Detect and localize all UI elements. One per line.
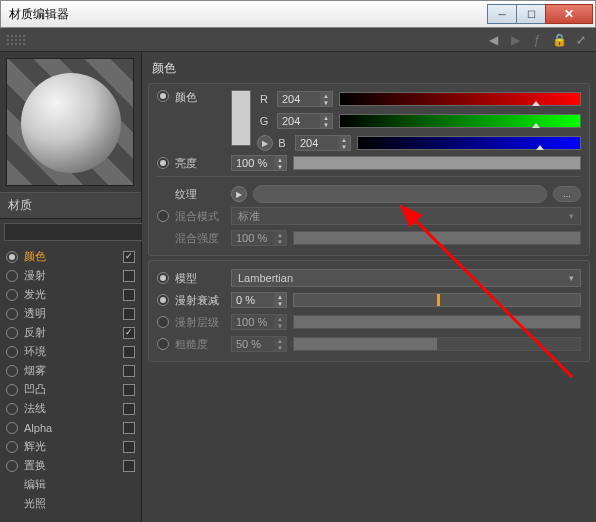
channel-radio[interactable] — [6, 327, 18, 339]
channel-radio[interactable] — [6, 403, 18, 415]
channel-checkbox[interactable] — [123, 251, 135, 263]
channel-label: 反射 — [24, 325, 117, 340]
channel-checkbox[interactable] — [123, 365, 135, 377]
rough-label: 粗糙度 — [175, 337, 225, 352]
falloff-radio[interactable] — [157, 294, 169, 306]
blendstrength-slider[interactable] — [293, 231, 581, 245]
level-slider[interactable] — [293, 315, 581, 329]
channel-row-3[interactable]: 透明 — [6, 304, 135, 323]
channel-checkbox[interactable] — [123, 308, 135, 320]
window-titlebar: 材质编辑器 — [0, 0, 596, 28]
texture-browse-button[interactable]: ... — [553, 186, 581, 202]
channel-radio[interactable] — [6, 251, 18, 263]
texture-field[interactable] — [253, 185, 547, 203]
channel-row-0[interactable]: 颜色 — [6, 247, 135, 266]
blendstrength-label: 混合强度 — [175, 231, 225, 246]
preview-sphere — [21, 73, 121, 173]
blendmode-dropdown[interactable]: 标准 — [231, 207, 581, 225]
channel-radio[interactable] — [6, 422, 18, 434]
color-expand-icon[interactable]: ▶ — [257, 135, 273, 151]
blendmode-radio[interactable] — [157, 210, 169, 222]
level-label: 漫射层级 — [175, 315, 225, 330]
g-slider[interactable] — [339, 114, 581, 128]
channel-radio[interactable] — [6, 346, 18, 358]
sidebar: 材质 ▶ ◎ 颜色漫射发光透明反射环境烟雾凹凸法线Alpha辉光置换编辑光照 — [0, 52, 142, 522]
close-button[interactable] — [545, 4, 593, 24]
falloff-slider[interactable] — [293, 293, 581, 307]
channel-radio[interactable] — [6, 365, 18, 377]
b-spinner[interactable]: 204▲▼ — [295, 135, 351, 151]
falloff-label: 漫射衰减 — [175, 293, 225, 308]
lock-icon[interactable]: 🔒 — [550, 31, 568, 49]
channel-radio[interactable] — [6, 384, 18, 396]
channel-row-8[interactable]: 法线 — [6, 399, 135, 418]
channel-row-2[interactable]: 发光 — [6, 285, 135, 304]
channel-checkbox[interactable] — [123, 384, 135, 396]
window-title: 材质编辑器 — [9, 6, 488, 23]
channel-row-13[interactable]: 光照 — [6, 494, 135, 513]
channel-checkbox[interactable] — [123, 403, 135, 415]
channel-row-6[interactable]: 烟雾 — [6, 361, 135, 380]
model-dropdown[interactable]: Lambertian — [231, 269, 581, 287]
color-label: 颜色 — [175, 90, 225, 105]
channel-checkbox[interactable] — [123, 441, 135, 453]
channel-row-9[interactable]: Alpha — [6, 418, 135, 437]
brightness-radio[interactable] — [157, 157, 169, 169]
texture-play-icon[interactable]: ▶ — [231, 186, 247, 202]
channel-row-12[interactable]: 编辑 — [6, 475, 135, 494]
channel-checkbox[interactable] — [123, 289, 135, 301]
rough-spinner[interactable]: 50 %▲▼ — [231, 336, 287, 352]
color-group: 颜色 R 204▲▼ G 204▲▼ ▶ B — [148, 83, 590, 256]
channel-label: 颜色 — [24, 249, 117, 264]
material-preview[interactable] — [6, 58, 134, 186]
expand-icon[interactable]: ⤢ — [572, 31, 590, 49]
r-slider[interactable] — [339, 92, 581, 106]
rough-slider[interactable] — [293, 337, 581, 351]
minimize-button[interactable] — [487, 4, 517, 24]
model-group: 模型 Lambertian 漫射衰减 0 %▲▼ 漫射层级 100 %▲▼ 粗糙… — [148, 260, 590, 362]
channel-radio[interactable] — [6, 270, 18, 282]
channel-row-10[interactable]: 辉光 — [6, 437, 135, 456]
grip-icon — [6, 34, 26, 46]
level-spinner[interactable]: 100 %▲▼ — [231, 314, 287, 330]
r-spinner[interactable]: 204▲▼ — [277, 91, 333, 107]
brightness-spinner[interactable]: 100 %▲▼ — [231, 155, 287, 171]
model-radio[interactable] — [157, 272, 169, 284]
g-spinner[interactable]: 204▲▼ — [277, 113, 333, 129]
channel-radio[interactable] — [6, 441, 18, 453]
channel-checkbox[interactable] — [123, 270, 135, 282]
function-icon[interactable]: ƒ — [528, 31, 546, 49]
channel-row-11[interactable]: 置换 — [6, 456, 135, 475]
channel-label: 法线 — [24, 401, 117, 416]
channel-row-5[interactable]: 环境 — [6, 342, 135, 361]
channel-label: 透明 — [24, 306, 117, 321]
channel-row-4[interactable]: 反射 — [6, 323, 135, 342]
material-section-label: 材质 — [0, 192, 141, 219]
channel-checkbox[interactable] — [123, 422, 135, 434]
channel-row-1[interactable]: 漫射 — [6, 266, 135, 285]
color-radio[interactable] — [157, 90, 169, 102]
nav-fwd-icon[interactable]: ▶ — [506, 31, 524, 49]
color-swatch[interactable] — [231, 90, 251, 146]
brightness-slider[interactable] — [293, 156, 581, 170]
channel-row-7[interactable]: 凹凸 — [6, 380, 135, 399]
channel-radio[interactable] — [6, 460, 18, 472]
maximize-button[interactable] — [516, 4, 546, 24]
b-label: B — [275, 137, 289, 149]
channel-radio[interactable] — [6, 308, 18, 320]
channel-label: Alpha — [24, 422, 117, 434]
properties-panel: 颜色 颜色 R 204▲▼ G 204▲▼ — [142, 52, 596, 522]
level-radio[interactable] — [157, 316, 169, 328]
channel-label: 凹凸 — [24, 382, 117, 397]
material-name-input[interactable] — [4, 223, 152, 241]
b-slider[interactable] — [357, 136, 581, 150]
rough-radio[interactable] — [157, 338, 169, 350]
channel-checkbox[interactable] — [123, 327, 135, 339]
channel-checkbox[interactable] — [123, 460, 135, 472]
blendmode-label: 混合模式 — [175, 209, 225, 224]
blendstrength-spinner[interactable]: 100 %▲▼ — [231, 230, 287, 246]
channel-checkbox[interactable] — [123, 346, 135, 358]
channel-radio[interactable] — [6, 289, 18, 301]
nav-back-icon[interactable]: ◀ — [484, 31, 502, 49]
falloff-spinner[interactable]: 0 %▲▼ — [231, 292, 287, 308]
